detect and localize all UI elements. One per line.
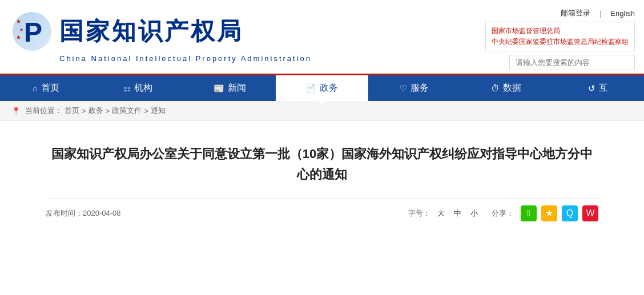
nav-label-affairs: 政务 bbox=[320, 82, 338, 94]
svg-text:★: ★ bbox=[16, 18, 21, 25]
font-label: 字号： bbox=[408, 208, 430, 219]
qq-share-icon[interactable]: Q bbox=[562, 205, 578, 221]
nav-label-interactive: 互 bbox=[599, 82, 608, 94]
svg-text:P: P bbox=[24, 17, 42, 47]
breadcrumb-current: 通知 bbox=[151, 106, 166, 116]
service-icon: ♡ bbox=[400, 83, 407, 94]
article-title: 国家知识产权局办公室关于同意设立第一批（10家）国家海外知识产权纠纷应对指导中心… bbox=[46, 144, 598, 184]
logo-text-en: China National Intellectual Property Adm… bbox=[11, 54, 312, 63]
breadcrumb-policy[interactable]: 政策文件 bbox=[112, 106, 142, 116]
affairs-icon: 📄 bbox=[305, 83, 316, 94]
breadcrumb-prefix: 当前位置： bbox=[25, 106, 62, 116]
nav-label-org: 机构 bbox=[134, 82, 152, 94]
nav-label-data: 数据 bbox=[503, 82, 521, 94]
logo-area: P ★ ★ ★ 国家知识产权局 China National Intellect… bbox=[0, 5, 323, 74]
svg-text:★: ★ bbox=[19, 27, 23, 33]
nav-item-home[interactable]: ⌂ 首页 bbox=[0, 75, 92, 101]
svg-text:★: ★ bbox=[16, 34, 21, 41]
nav-item-interactive[interactable]: ↺ 互 bbox=[552, 75, 644, 101]
english-link[interactable]: English bbox=[610, 9, 635, 18]
publish-label: 发布时间： bbox=[46, 209, 83, 217]
meta-left: 发布时间：2020-04-08 bbox=[46, 208, 121, 219]
nav-label-news: 新闻 bbox=[228, 82, 246, 94]
news-icon: 📰 bbox=[214, 83, 224, 94]
related-link-1[interactable]: 国家市场监督管理总局 bbox=[492, 26, 629, 37]
header-right: 邮箱登录 | English 国家市场监督管理总局 中央纪委国家监委驻市场监管总… bbox=[323, 5, 644, 74]
content-area: 国家知识产权局办公室关于同意设立第一批（10家）国家海外知识产权纠纷应对指导中心… bbox=[0, 121, 644, 238]
data-icon: ⏱ bbox=[491, 83, 500, 93]
logo-icon: P ★ ★ ★ bbox=[11, 11, 53, 52]
related-links: 国家市场监督管理总局 中央纪委国家监委驻市场监管总局纪检监察组 bbox=[485, 22, 635, 51]
related-link-2[interactable]: 中央纪委国家监委驻市场监管总局纪检监察组 bbox=[492, 37, 629, 47]
nav-bar: ⌂ 首页 ⚏ 机构 📰 新闻 📄 政务 ♡ 服务 ⏱ 数据 ↺ 互 bbox=[0, 75, 644, 101]
mailbox-link[interactable]: 邮箱登录 bbox=[561, 8, 590, 18]
nav-label-home: 首页 bbox=[41, 82, 59, 94]
header: P ★ ★ ★ 国家知识产权局 China National Intellect… bbox=[0, 0, 644, 75]
search-area bbox=[323, 55, 635, 70]
link-divider: | bbox=[599, 9, 601, 18]
font-small-btn[interactable]: 小 bbox=[468, 208, 480, 219]
breadcrumb-home[interactable]: 首页 bbox=[65, 106, 79, 116]
font-large-btn[interactable]: 大 bbox=[435, 208, 447, 219]
share-area: 分享：  ★ Q W bbox=[492, 205, 598, 221]
home-icon: ⌂ bbox=[33, 83, 38, 93]
breadcrumb-sep-1: > bbox=[82, 107, 86, 115]
logo-text-cn: 国家知识产权局 bbox=[59, 19, 243, 43]
top-links: 邮箱登录 | English bbox=[323, 8, 635, 18]
wechat-share-icon[interactable]:  bbox=[521, 205, 537, 221]
nav-item-data[interactable]: ⏱ 数据 bbox=[460, 75, 552, 101]
interactive-icon: ↺ bbox=[588, 83, 595, 94]
breadcrumb-sep-3: > bbox=[144, 107, 148, 115]
nav-item-org[interactable]: ⚏ 机构 bbox=[92, 75, 184, 101]
favorites-share-icon[interactable]: ★ bbox=[541, 205, 557, 221]
breadcrumb-affairs[interactable]: 政务 bbox=[88, 106, 103, 116]
share-label: 分享： bbox=[492, 208, 514, 219]
font-size-control: 字号： 大 中 小 bbox=[408, 208, 482, 219]
weibo-share-icon[interactable]: W bbox=[582, 205, 598, 221]
location-icon: 📍 bbox=[11, 107, 21, 115]
search-input[interactable] bbox=[509, 55, 635, 70]
org-icon: ⚏ bbox=[123, 83, 131, 94]
font-medium-btn[interactable]: 中 bbox=[452, 208, 464, 219]
nav-item-service[interactable]: ♡ 服务 bbox=[368, 75, 460, 101]
publish-info: 发布时间：2020-04-08 bbox=[46, 208, 121, 219]
nav-item-affairs[interactable]: 📄 政务 bbox=[276, 75, 368, 101]
nav-label-service: 服务 bbox=[410, 82, 429, 94]
breadcrumb-sep-2: > bbox=[106, 107, 110, 115]
publish-date-value: 2020-04-08 bbox=[83, 209, 121, 217]
article-meta: 发布时间：2020-04-08 字号： 大 中 小 分享：  ★ Q W bbox=[46, 198, 598, 221]
logo-top: P ★ ★ ★ 国家知识产权局 bbox=[11, 11, 312, 52]
nav-item-news[interactable]: 📰 新闻 bbox=[184, 75, 276, 101]
